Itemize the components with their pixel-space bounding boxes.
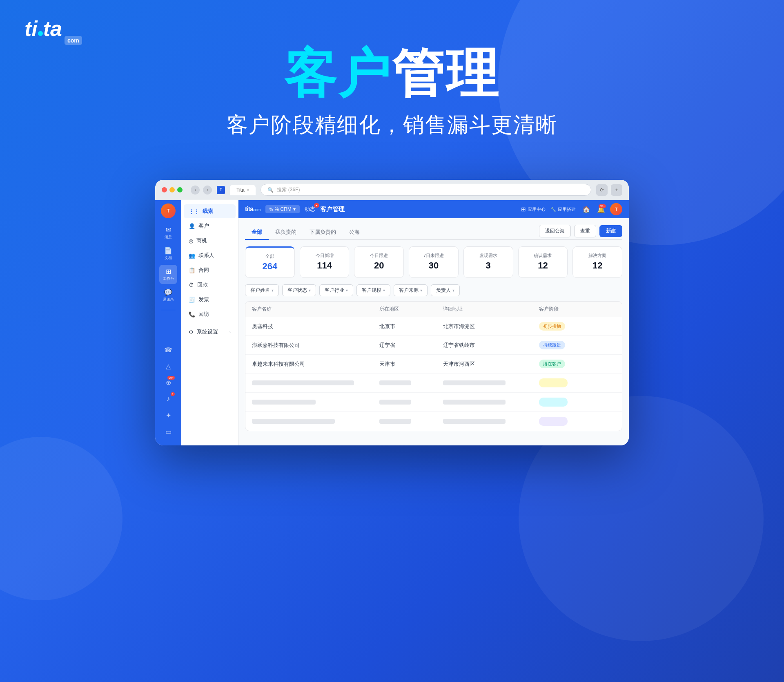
filter-customer-source[interactable]: 客户来源 ▾: [394, 284, 428, 296]
stat-today-follow: 今日跟进 20: [354, 246, 404, 278]
build-button[interactable]: 🔧 应用搭建: [550, 206, 576, 212]
sidebar-item-payments[interactable]: ⏱ 回款: [184, 278, 236, 292]
minimize-button[interactable]: [169, 187, 175, 192]
leads-icon: ⋮⋮: [189, 208, 199, 215]
stat-today-new-label: 今日新增: [316, 253, 334, 259]
stat-total-label: 全部: [265, 253, 274, 259]
phone-icon[interactable]: ☎: [161, 342, 176, 357]
sidebar-item-docs[interactable]: 📄 文档: [159, 244, 177, 263]
skeleton-bar: [379, 400, 411, 405]
tab-close[interactable]: ×: [247, 188, 249, 192]
sidebar-item-settings[interactable]: ⚙ 系统设置 ›: [184, 325, 236, 339]
page-title: 客户管理: [320, 206, 345, 213]
sidebar-item-contracts[interactable]: 📋 合同: [184, 263, 236, 277]
filter-customer-scale-label: 客户规模: [362, 287, 381, 294]
tab-subordinate[interactable]: 下属负责的: [303, 225, 343, 240]
address-bar[interactable]: 🔍 搜索 (36F): [261, 184, 591, 196]
return-to-public-button[interactable]: 退回公海: [539, 225, 571, 237]
col-address: 详细地址: [443, 306, 539, 313]
new-tab-button[interactable]: +: [611, 184, 622, 196]
star-icon[interactable]: ✦: [161, 408, 176, 423]
chevron-down-icon-4: ▾: [383, 288, 385, 293]
user-avatar[interactable]: T: [161, 203, 176, 218]
stat-7day-value: 30: [429, 260, 439, 271]
title-white: 管理: [392, 44, 500, 103]
contracts-label: 合同: [198, 266, 209, 274]
topbar-actions: ⊞ 应用中心 🔧 应用搭建 🏠 🔔 99+ T: [521, 203, 622, 215]
sidebar-item-visits[interactable]: 📞 回访: [184, 307, 236, 321]
table-row[interactable]: 浪跃嘉科技有限公司 辽宁省 辽宁省铁岭市 持续跟进: [245, 336, 622, 355]
table-row[interactable]: 奥塞科技 北京市 北京市海淀区 初步接触: [245, 317, 622, 336]
crm-label: % CRM: [274, 206, 291, 212]
sidebar-item-opportunities[interactable]: ◎ 商机: [184, 234, 236, 248]
invoice-icon: 🧾: [189, 297, 195, 303]
maximize-button[interactable]: [177, 187, 183, 192]
filter-row: 客户姓名 ▾ 客户状态 ▾ 客户行业 ▾ 客户规模 ▾: [245, 284, 622, 296]
top-bar: titacom % % CRM ▾ 动态 ● 客户管理 ⊞ 应用中心: [238, 200, 629, 218]
favicon: T: [217, 186, 225, 194]
app-center-button[interactable]: ⊞ 应用中心: [521, 206, 546, 212]
sidebar-item-messages[interactable]: ✉ 消息: [159, 223, 177, 242]
stat-confirm-label: 确认需求: [534, 253, 552, 259]
filter-customer-status[interactable]: 客户状态 ▾: [282, 284, 316, 296]
skeleton-stage-bar: [539, 398, 568, 407]
sidebar-item-invoices[interactable]: 🧾 发票: [184, 293, 236, 306]
doc-icon: 📄: [164, 246, 172, 255]
sidebar-item-customers[interactable]: 👤 客户: [184, 219, 236, 233]
tab-mine[interactable]: 我负责的: [269, 225, 303, 240]
sidebar-item-workspace[interactable]: ⊞ 工作台: [159, 265, 177, 284]
sidebar-item-leads[interactable]: ⋮⋮ 线索: [184, 204, 236, 218]
skeleton-bar: [443, 419, 505, 424]
tab-actions: 退回公海 查重 新建: [539, 225, 622, 239]
forward-button[interactable]: ›: [203, 186, 212, 195]
topbar-logo-com: com: [253, 208, 261, 212]
skeleton-region-4: [379, 380, 443, 385]
filter-responsible[interactable]: 负责人 ▾: [431, 284, 460, 296]
stat-discover-need: 发现需求 3: [463, 246, 513, 278]
brand-logo: tita com: [24, 16, 82, 48]
sub-title: 客户阶段精细化，销售漏斗更清晰: [0, 111, 784, 139]
skeleton-name-6: [252, 419, 379, 424]
table-row[interactable]: 卓越未来科技有限公司 天津市 天津市河西区 潜在客户: [245, 355, 622, 373]
dynamics-button[interactable]: 动态 ●: [305, 206, 315, 213]
skeleton-stage-6: [539, 417, 615, 426]
grid-icon[interactable]: ▭: [161, 424, 176, 439]
dedup-button[interactable]: 查重: [574, 225, 596, 237]
stage-badge-3: 潜在客户: [539, 360, 565, 368]
settings-label: 系统设置: [197, 328, 218, 335]
workspace-label: 工作台: [163, 276, 174, 282]
close-button[interactable]: [162, 187, 167, 192]
table-row-skeleton-5: [245, 393, 622, 412]
stage-badge-2: 持续跟进: [539, 341, 565, 349]
browser-tab[interactable]: Tita ×: [230, 185, 256, 195]
add-icon[interactable]: ⊕ 99+: [161, 375, 176, 390]
skeleton-stage-bar: [539, 417, 568, 426]
crm-dropdown[interactable]: % % CRM ▾: [265, 205, 300, 213]
music-icon[interactable]: ♪ 1: [161, 391, 176, 406]
stat-discover-value: 3: [486, 260, 491, 271]
home-icon-button[interactable]: 🏠: [581, 203, 592, 215]
sidebar-item-contacts[interactable]: 💬 通讯录: [159, 286, 177, 305]
tab-public[interactable]: 公海: [343, 225, 366, 240]
logo-ti: ti: [24, 16, 38, 41]
stat-total-value: 264: [263, 261, 278, 272]
sidebar-divider: [161, 310, 176, 310]
filter-customer-industry[interactable]: 客户行业 ▾: [319, 284, 353, 296]
contacts-label: 通讯录: [163, 297, 174, 302]
notification-icon-button[interactable]: 🔔 99+: [595, 203, 607, 215]
tab-all[interactable]: 全部: [245, 225, 269, 240]
stat-discover-label: 发现需求: [479, 253, 497, 259]
logo-com: com: [65, 36, 82, 45]
back-button[interactable]: ‹: [191, 186, 200, 195]
filter-customer-name[interactable]: 客户姓名 ▾: [245, 284, 279, 296]
chevron-down-icon-6: ▾: [452, 288, 454, 293]
topbar-avatar[interactable]: T: [610, 203, 622, 215]
new-button[interactable]: 新建: [599, 225, 622, 237]
filter-customer-scale[interactable]: 客户规模 ▾: [356, 284, 390, 296]
skeleton-stage-5: [539, 398, 615, 407]
crm-arrow: ▾: [293, 206, 296, 212]
sidebar-item-contacts[interactable]: 👥 联系人: [184, 248, 236, 262]
col-stage: 客户阶段: [539, 306, 615, 313]
bell-icon[interactable]: △: [161, 359, 176, 373]
history-button[interactable]: ⟳: [596, 184, 608, 196]
